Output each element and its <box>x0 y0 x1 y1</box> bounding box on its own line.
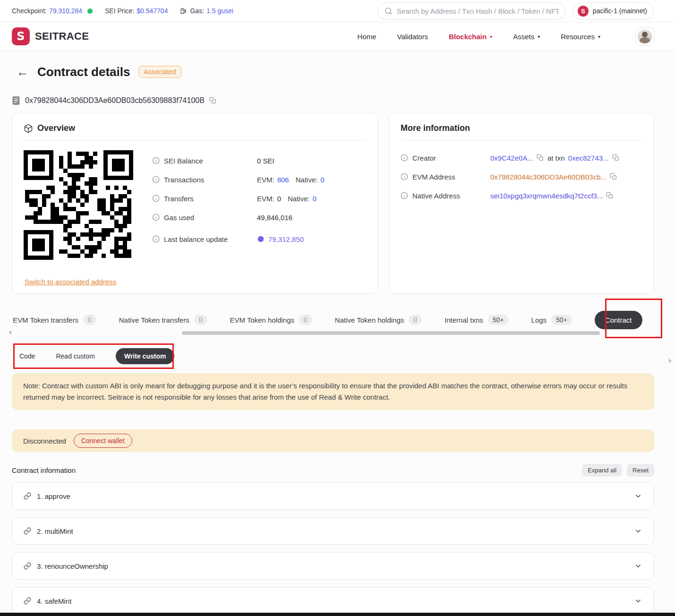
nav-validators-label: Validators <box>397 33 428 41</box>
chevron-down-icon[interactable] <box>634 597 642 605</box>
sei-price-value[interactable]: $0.547704 <box>137 7 168 15</box>
avatar <box>638 29 652 43</box>
creator-address-link[interactable]: 0x9C42e0A... <box>490 154 533 162</box>
native-address-label: Native Address <box>412 192 460 200</box>
transactions-row: Transactions EVM: 806 Native: 0 <box>152 170 366 189</box>
tab-native-token-transfers[interactable]: Native Token transfers 0 <box>119 315 207 325</box>
main-header: S SEITRACE Home Validators Blockchain ▾ … <box>0 22 675 51</box>
nav-home-label: Home <box>358 33 376 41</box>
nav-resources[interactable]: Resources ▾ <box>561 33 600 41</box>
chevron-down-icon[interactable] <box>634 492 642 500</box>
tabs-scrollbar[interactable] <box>182 331 600 335</box>
tab-label: EVM Token transfers <box>13 316 78 324</box>
info-icon <box>401 154 408 162</box>
nav-blockchain[interactable]: Blockchain ▾ <box>449 33 492 41</box>
info-icon <box>152 176 160 183</box>
tab-evm-token-transfers[interactable]: EVM Token transfers 0 <box>13 315 96 325</box>
last-balance-update-block[interactable]: 79,312,850 <box>268 235 304 243</box>
subtab-read-custom[interactable]: Read custom <box>56 352 94 360</box>
switch-associated-address-link[interactable]: Switch to associated address <box>25 278 116 286</box>
copy-creator-icon[interactable] <box>537 154 544 162</box>
function-row-safemint[interactable]: 4. safeMint <box>12 587 654 615</box>
gas-stat: Gas: 1.5 gusei <box>180 7 233 15</box>
evm-address-link[interactable]: 0x79828044c306DD3Ae60DB03cb... <box>490 173 607 181</box>
chevron-down-icon[interactable] <box>634 527 642 535</box>
page: Checkpoint: 79,310,284 SEI Price: $0.547… <box>0 0 675 616</box>
chevron-down-icon: ▾ <box>538 34 540 39</box>
expand-all-button[interactable]: Expand all <box>582 464 622 477</box>
brand[interactable]: S SEITRACE <box>12 27 89 45</box>
last-balance-update-row: Last balance update 79,312,850 <box>152 230 366 248</box>
connect-wallet-button[interactable]: Connect wallet <box>74 434 132 448</box>
more-information-card: More information Creator 0x9C42e0A... at… <box>389 113 654 294</box>
topbar-right: S pacific-1 (mainnet) <box>377 2 654 20</box>
cards-row: Overview SEI Balance 0 SEI <box>12 113 654 294</box>
overview-rows: SEI Balance 0 SEI Transactions EVM: <box>152 150 366 260</box>
profile-button[interactable] <box>635 27 654 46</box>
function-name: 4. safeMint <box>37 597 634 605</box>
contract-information-title: Contract information <box>12 466 76 474</box>
function-row-renounceownership[interactable]: 3. renounceOwnership <box>12 552 654 580</box>
chevron-down-icon[interactable] <box>634 562 642 570</box>
search-input[interactable] <box>397 7 558 15</box>
transfers-label: Transfers <box>164 195 194 203</box>
copy-native-address-icon[interactable] <box>606 192 614 199</box>
tab-native-token-holdings[interactable]: Native Token holdings 0 <box>335 315 422 325</box>
block-cube-icon <box>257 235 265 243</box>
transactions-native-count[interactable]: 0 <box>320 176 324 184</box>
chevron-down-icon: ▾ <box>490 34 492 39</box>
seitrace-logo-icon: S <box>12 27 30 45</box>
copy-creator-txn-icon[interactable] <box>612 154 620 162</box>
network-selector[interactable]: S pacific-1 (mainnet) <box>573 2 654 20</box>
network-stats: Checkpoint: 79,310,284 SEI Price: $0.547… <box>12 7 233 15</box>
function-row-multimint[interactable]: 2. multiMint <box>12 517 654 545</box>
gas-value[interactable]: 1.5 gusei <box>206 7 233 15</box>
transfers-native-count[interactable]: 0 <box>313 195 316 203</box>
tabs-row: EVM Token transfers 0 Native Token trans… <box>12 309 654 330</box>
tab-count-badge: 50+ <box>551 315 572 325</box>
network-label: pacific-1 (mainnet) <box>593 7 647 15</box>
tab-evm-token-holdings[interactable]: EVM Token holdings 0 <box>230 315 312 325</box>
checkpoint-value[interactable]: 79,310,284 <box>49 7 82 15</box>
transfers-evm-count: 0 <box>277 195 281 203</box>
native-address-row: Native Address sei10xpgq3xrqmwn4esdkq7t2… <box>401 186 642 205</box>
link-icon <box>24 562 31 570</box>
nav-assets[interactable]: Assets ▾ <box>513 33 540 41</box>
creator-txn-link[interactable]: 0xec82743... <box>568 154 609 162</box>
qr-code <box>24 150 133 260</box>
nav-assets-label: Assets <box>513 33 534 41</box>
gas-used-row: Gas used 49,846,016 <box>152 208 366 227</box>
function-row-approve[interactable]: 1. approve <box>12 482 654 510</box>
native-address-link[interactable]: sei10xpgq3xrqmwn4esdkq7t2ccf3... <box>490 192 603 200</box>
functions-accordion: 1. approve 2. multiMint 3. renounceOwner… <box>12 482 654 615</box>
subtab-write-custom[interactable]: Write custom <box>116 348 174 364</box>
abi-note-banner: Note: Contract with custom ABI is only m… <box>12 373 654 410</box>
nav-validators[interactable]: Validators <box>397 33 428 41</box>
nav-home[interactable]: Home <box>358 33 376 41</box>
overview-card: Overview SEI Balance 0 SEI <box>12 113 378 294</box>
tab-count-badge: 0 <box>194 315 207 325</box>
checkpoint-stat: Checkpoint: 79,310,284 <box>12 7 93 15</box>
sei-balance-value: 0 SEI <box>257 157 274 165</box>
tab-label: Internal txns <box>444 316 483 324</box>
top-stats-bar: Checkpoint: 79,310,284 SEI Price: $0.547… <box>0 0 675 22</box>
info-icon <box>152 195 160 202</box>
copy-evm-address-icon[interactable] <box>610 173 617 180</box>
copy-address-icon[interactable] <box>209 97 217 104</box>
subtab-code[interactable]: Code <box>19 352 35 360</box>
tab-logs[interactable]: Logs 50+ <box>531 315 572 325</box>
overview-header: Overview <box>24 123 366 141</box>
function-name: 1. approve <box>37 492 634 500</box>
transactions-evm-count[interactable]: 806 <box>277 176 289 184</box>
gas-label: Gas: <box>190 7 204 15</box>
reset-button[interactable]: Reset <box>627 464 654 477</box>
tab-internal-txns[interactable]: Internal txns 50+ <box>444 315 508 325</box>
back-arrow-icon[interactable]: ← <box>17 66 29 78</box>
search-box <box>377 2 565 20</box>
scroll-left-icon[interactable] <box>9 330 11 335</box>
tab-label: Native Token transfers <box>119 316 189 324</box>
tab-count-badge: 0 <box>299 315 312 325</box>
link-icon <box>24 492 31 500</box>
scroll-right-icon[interactable] <box>669 359 672 363</box>
tab-contract[interactable]: Contract <box>595 311 642 329</box>
